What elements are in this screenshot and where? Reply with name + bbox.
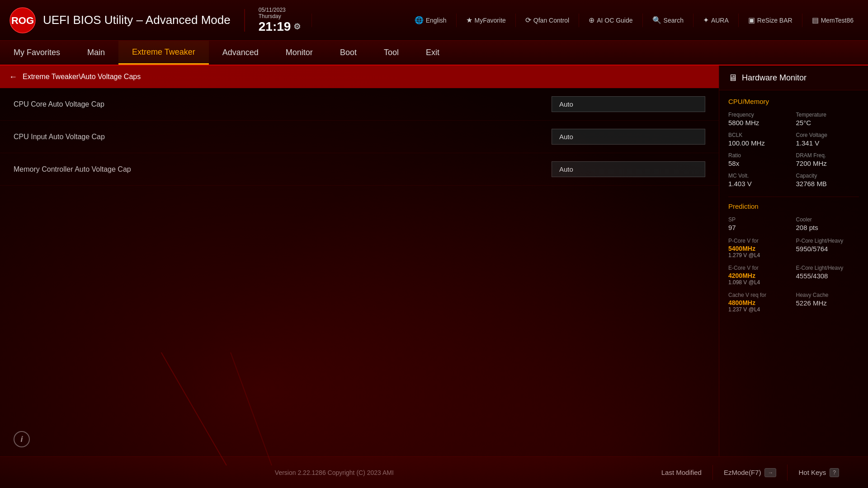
cooler-item: Cooler 208 pts [796, 216, 859, 231]
toolbar-sep-4 [693, 14, 693, 27]
hw-item-value: 58x [728, 160, 792, 167]
setting-value-cpu-core-voltage[interactable]: Auto [552, 96, 705, 112]
p-core-label: P-Core V for [728, 238, 792, 244]
toolbar-item-resizebar[interactable]: ▣ReSize BAR [743, 13, 798, 27]
table-row: CPU Input Auto Voltage CapAuto [0, 121, 719, 153]
english-label: English [426, 17, 447, 24]
hw-item-value: 5800 MHz [728, 119, 792, 127]
svg-text:ROG: ROG [11, 15, 34, 26]
hotkeys-button[interactable]: Hot Keys ? [788, 465, 850, 481]
date-display: 05/11/2023 [259, 7, 286, 13]
hw-grid-item: DRAM Freq.7200 MHz [796, 152, 859, 167]
navbar: My FavoritesMainExtreme TweakerAdvancedM… [0, 41, 868, 66]
hw-grid-item: MC Volt.1.403 V [728, 173, 792, 188]
memtest-label: MemTest86 [821, 17, 854, 24]
main-content: ← Extreme Tweaker\Auto Voltage Caps CPU … [0, 66, 719, 456]
toolbar-item-myfavorite[interactable]: ★MyFavorite [461, 13, 511, 27]
hw-item-label: Capacity [796, 173, 859, 179]
hw-item-label: DRAM Freq. [796, 152, 859, 159]
header: ROG UEFI BIOS Utility – Advanced Mode 05… [0, 0, 868, 41]
hw-item-value: 25°C [796, 119, 859, 127]
monitor-title: Hardware Monitor [742, 73, 807, 83]
time-display: 21:19 [259, 19, 291, 34]
p-core-row: P-Core V for 5400MHz 1.279 V @L4 P-Core … [728, 238, 859, 258]
e-core-voltage: 1.098 V @L4 [728, 279, 792, 286]
sp-item: SP 97 [728, 216, 792, 231]
datetime-area: 05/11/2023 Thursday 21:19 ⚙ [259, 7, 301, 34]
hw-item-value: 100.00 MHz [728, 139, 792, 147]
rog-logo: ROG [9, 7, 36, 34]
aura-icon: ✦ [703, 16, 709, 24]
hw-grid-item: Ratio58x [728, 152, 792, 167]
time-settings-icon[interactable]: ⚙ [293, 22, 301, 32]
e-core-lh-value: 4555/4308 [796, 272, 859, 280]
toolbar-item-aioc[interactable]: ⊕AI OC Guide [583, 13, 638, 27]
myfavorite-label: MyFavorite [475, 17, 506, 24]
cache-item: Cache V req for 4800MHz 1.237 V @L4 [728, 292, 792, 313]
toolbar-item-english[interactable]: 🌐English [409, 13, 452, 27]
e-core-freq: 4200MHz [728, 272, 792, 279]
toolbar-item-aura[interactable]: ✦AURA [698, 13, 734, 27]
p-core-voltage: 1.279 V @L4 [728, 252, 792, 258]
table-row: CPU Core Auto Voltage CapAuto [0, 88, 719, 121]
hw-content: CPU/Memory Frequency5800 MHzTemperature2… [719, 90, 868, 456]
hw-item-label: MC Volt. [728, 173, 792, 179]
e-core-lh-label: E-Core Light/Heavy [796, 265, 859, 271]
ezmode-button[interactable]: EzMode(F7) → [713, 465, 788, 481]
toolbar-item-search[interactable]: 🔍Search [647, 13, 689, 27]
toolbar-sep-1 [311, 14, 312, 27]
hw-item-value: 1.403 V [728, 180, 792, 188]
hw-grid-item: Core Voltage1.341 V [796, 132, 859, 147]
p-core-freq: 5400MHz [728, 245, 792, 252]
e-core-item: E-Core V for 4200MHz 1.098 V @L4 [728, 265, 792, 286]
setting-label-cpu-core-voltage: CPU Core Auto Voltage Cap [14, 100, 552, 108]
setting-value-cpu-input-voltage[interactable]: Auto [552, 129, 705, 145]
prediction-section: Prediction SP 97 Cooler 208 pts [728, 202, 859, 313]
hw-grid-item: BCLK100.00 MHz [728, 132, 792, 147]
hw-grid-item: Frequency5800 MHz [728, 112, 792, 127]
nav-item-tool[interactable]: Tool [370, 41, 412, 65]
p-core-lh-item: P-Core Light/Heavy 5950/5764 [796, 238, 859, 258]
back-button[interactable]: ← [9, 72, 17, 82]
p-core-item: P-Core V for 5400MHz 1.279 V @L4 [728, 238, 792, 258]
cooler-value: 208 pts [796, 224, 859, 231]
bios-title: UEFI BIOS Utility – Advanced Mode [43, 13, 231, 27]
nav-item-boot[interactable]: Boot [326, 41, 370, 65]
english-icon: 🌐 [415, 16, 424, 24]
hw-grid-item: Capacity32768 MB [796, 173, 859, 188]
nav-item-advanced[interactable]: Advanced [209, 41, 272, 65]
toolbar-sep-3 [642, 14, 643, 27]
footer-right: Last Modified EzMode(F7) → Hot Keys ? [651, 465, 850, 481]
ezmode-label: EzMode(F7) [724, 469, 761, 476]
footer: Version 2.22.1286 Copyright (C) 2023 AMI… [0, 456, 868, 488]
memtest-icon: ▤ [812, 16, 819, 24]
content-wrapper: ← Extreme Tweaker\Auto Voltage Caps CPU … [0, 66, 868, 456]
hw-divider [728, 197, 859, 197]
toolbar-item-qfan[interactable]: ⟳Qfan Control [520, 13, 575, 27]
toolbar-sep-0 [456, 14, 457, 27]
toolbar-item-memtest[interactable]: ▤MemTest86 [807, 13, 859, 27]
nav-item-main[interactable]: Main [74, 41, 118, 65]
e-core-label: E-Core V for [728, 265, 792, 271]
hw-item-label: Ratio [728, 152, 792, 159]
breadcrumb: ← Extreme Tweaker\Auto Voltage Caps [0, 66, 719, 88]
hw-item-value: 32768 MB [796, 180, 859, 188]
nav-item-my-favorites[interactable]: My Favorites [0, 41, 74, 65]
nav-item-monitor[interactable]: Monitor [272, 41, 326, 65]
cache-freq: 4800MHz [728, 299, 792, 306]
nav-item-exit[interactable]: Exit [412, 41, 453, 65]
e-core-row: E-Core V for 4200MHz 1.098 V @L4 E-Core … [728, 265, 859, 286]
info-button[interactable]: i [14, 431, 30, 447]
cooler-label: Cooler [796, 216, 859, 223]
setting-value-memory-controller-voltage[interactable]: Auto [552, 161, 705, 177]
aura-label: AURA [711, 17, 729, 24]
qfan-label: Qfan Control [533, 17, 569, 24]
nav-item-extreme-tweaker[interactable]: Extreme Tweaker [118, 41, 209, 65]
last-modified-button[interactable]: Last Modified [651, 465, 713, 480]
cache-label: Cache V req for [728, 292, 792, 298]
breadcrumb-path: Extreme Tweaker\Auto Voltage Caps [23, 73, 141, 81]
footer-version: Version 2.22.1286 Copyright (C) 2023 AMI [18, 469, 651, 476]
setting-label-cpu-input-voltage: CPU Input Auto Voltage Cap [14, 133, 552, 141]
day-display: Thursday [259, 13, 281, 19]
cpu-memory-title: CPU/Memory [728, 98, 859, 105]
